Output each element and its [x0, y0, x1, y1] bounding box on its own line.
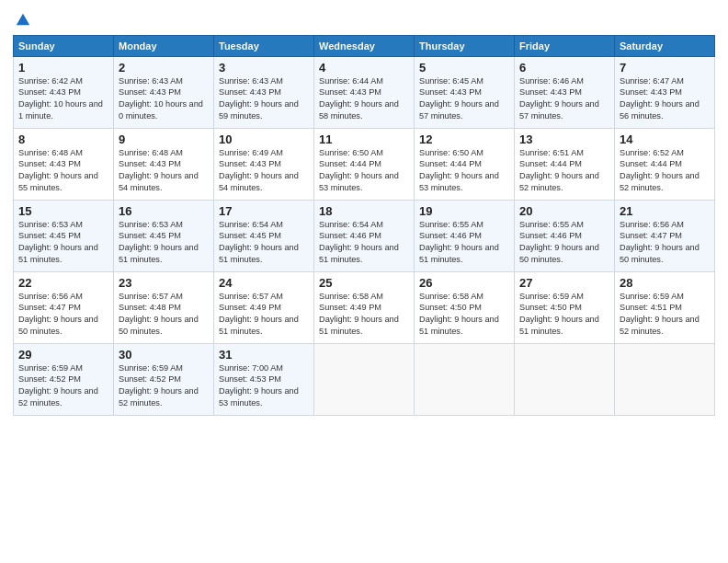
header-row: SundayMondayTuesdayWednesdayThursdayFrid… — [14, 35, 715, 56]
col-header-tuesday: Tuesday — [214, 35, 314, 56]
day-detail: Sunrise: 6:54 AMSunset: 4:46 PMDaylight:… — [319, 219, 409, 267]
day-cell: 5Sunrise: 6:45 AMSunset: 4:43 PMDaylight… — [415, 56, 515, 128]
day-number: 16 — [119, 204, 209, 218]
day-number: 30 — [119, 348, 209, 362]
day-cell: 23Sunrise: 6:57 AMSunset: 4:48 PMDayligh… — [114, 271, 214, 343]
day-cell: 20Sunrise: 6:55 AMSunset: 4:46 PMDayligh… — [515, 200, 615, 271]
day-cell: 9Sunrise: 6:48 AMSunset: 4:43 PMDaylight… — [114, 128, 214, 200]
day-cell: 22Sunrise: 6:56 AMSunset: 4:47 PMDayligh… — [14, 271, 114, 343]
day-cell: 8Sunrise: 6:48 AMSunset: 4:43 PMDaylight… — [14, 128, 114, 200]
col-header-thursday: Thursday — [415, 35, 515, 56]
day-number: 25 — [319, 276, 409, 290]
day-cell: 10Sunrise: 6:49 AMSunset: 4:43 PMDayligh… — [214, 128, 314, 200]
day-detail: Sunrise: 6:43 AMSunset: 4:43 PMDaylight:… — [219, 75, 309, 123]
day-cell: 14Sunrise: 6:52 AMSunset: 4:44 PMDayligh… — [615, 128, 715, 200]
day-cell: 13Sunrise: 6:51 AMSunset: 4:44 PMDayligh… — [515, 128, 615, 200]
day-number: 5 — [419, 61, 509, 75]
day-cell: 28Sunrise: 6:59 AMSunset: 4:51 PMDayligh… — [615, 271, 715, 343]
day-detail: Sunrise: 6:57 AMSunset: 4:48 PMDaylight:… — [119, 291, 209, 339]
day-number: 1 — [18, 61, 108, 75]
day-number: 29 — [18, 348, 108, 362]
day-cell — [314, 343, 415, 415]
day-number: 12 — [419, 132, 509, 146]
day-detail: Sunrise: 6:56 AMSunset: 4:47 PMDaylight:… — [18, 291, 108, 339]
day-cell: 31Sunrise: 7:00 AMSunset: 4:53 PMDayligh… — [214, 343, 314, 415]
day-number: 19 — [419, 204, 509, 218]
day-cell: 24Sunrise: 6:57 AMSunset: 4:49 PMDayligh… — [214, 271, 314, 343]
day-cell: 30Sunrise: 6:59 AMSunset: 4:52 PMDayligh… — [114, 343, 214, 415]
col-header-sunday: Sunday — [14, 35, 114, 56]
day-detail: Sunrise: 7:00 AMSunset: 4:53 PMDaylight:… — [219, 362, 309, 410]
day-cell: 16Sunrise: 6:53 AMSunset: 4:45 PMDayligh… — [114, 200, 214, 271]
day-number: 9 — [119, 132, 209, 146]
header — [13, 9, 715, 31]
day-detail: Sunrise: 6:47 AMSunset: 4:43 PMDaylight:… — [620, 75, 710, 123]
week-row-3: 15Sunrise: 6:53 AMSunset: 4:45 PMDayligh… — [14, 200, 715, 271]
day-detail: Sunrise: 6:59 AMSunset: 4:52 PMDaylight:… — [119, 362, 209, 410]
day-number: 2 — [119, 61, 209, 75]
day-detail: Sunrise: 6:54 AMSunset: 4:45 PMDaylight:… — [219, 219, 309, 267]
day-number: 22 — [18, 276, 108, 290]
day-cell: 29Sunrise: 6:59 AMSunset: 4:52 PMDayligh… — [14, 343, 114, 415]
day-cell: 15Sunrise: 6:53 AMSunset: 4:45 PMDayligh… — [14, 200, 114, 271]
col-header-wednesday: Wednesday — [314, 35, 415, 56]
day-number: 26 — [419, 276, 509, 290]
day-cell: 2Sunrise: 6:43 AMSunset: 4:43 PMDaylight… — [114, 56, 214, 128]
day-cell: 6Sunrise: 6:46 AMSunset: 4:43 PMDaylight… — [515, 56, 615, 128]
day-detail: Sunrise: 6:51 AMSunset: 4:44 PMDaylight:… — [519, 147, 609, 195]
day-number: 24 — [219, 276, 309, 290]
svg-marker-0 — [17, 14, 29, 26]
day-cell: 1Sunrise: 6:42 AMSunset: 4:43 PMDaylight… — [14, 56, 114, 128]
day-detail: Sunrise: 6:42 AMSunset: 4:43 PMDaylight:… — [18, 75, 108, 123]
logo-icon — [15, 11, 31, 28]
col-header-monday: Monday — [114, 35, 214, 56]
week-row-1: 1Sunrise: 6:42 AMSunset: 4:43 PMDaylight… — [14, 56, 715, 128]
day-cell: 12Sunrise: 6:50 AMSunset: 4:44 PMDayligh… — [415, 128, 515, 200]
day-number: 31 — [219, 348, 309, 362]
day-cell: 18Sunrise: 6:54 AMSunset: 4:46 PMDayligh… — [314, 200, 415, 271]
day-detail: Sunrise: 6:58 AMSunset: 4:49 PMDaylight:… — [319, 291, 409, 339]
day-detail: Sunrise: 6:53 AMSunset: 4:45 PMDaylight:… — [119, 219, 209, 267]
day-detail: Sunrise: 6:49 AMSunset: 4:43 PMDaylight:… — [219, 147, 309, 195]
day-detail: Sunrise: 6:43 AMSunset: 4:43 PMDaylight:… — [119, 75, 209, 123]
day-detail: Sunrise: 6:53 AMSunset: 4:45 PMDaylight:… — [18, 219, 108, 267]
day-detail: Sunrise: 6:52 AMSunset: 4:44 PMDaylight:… — [620, 147, 710, 195]
week-row-2: 8Sunrise: 6:48 AMSunset: 4:43 PMDaylight… — [14, 128, 715, 200]
day-number: 18 — [319, 204, 409, 218]
day-cell: 11Sunrise: 6:50 AMSunset: 4:44 PMDayligh… — [314, 128, 415, 200]
calendar-page: SundayMondayTuesdayWednesdayThursdayFrid… — [0, 0, 728, 563]
day-number: 15 — [18, 204, 108, 218]
day-cell — [515, 343, 615, 415]
day-detail: Sunrise: 6:48 AMSunset: 4:43 PMDaylight:… — [18, 147, 108, 195]
day-detail: Sunrise: 6:56 AMSunset: 4:47 PMDaylight:… — [620, 219, 710, 267]
day-detail: Sunrise: 6:55 AMSunset: 4:46 PMDaylight:… — [419, 219, 509, 267]
day-cell — [415, 343, 515, 415]
week-row-5: 29Sunrise: 6:59 AMSunset: 4:52 PMDayligh… — [14, 343, 715, 415]
day-cell: 19Sunrise: 6:55 AMSunset: 4:46 PMDayligh… — [415, 200, 515, 271]
day-number: 17 — [219, 204, 309, 218]
day-cell: 4Sunrise: 6:44 AMSunset: 4:43 PMDaylight… — [314, 56, 415, 128]
day-number: 27 — [519, 276, 609, 290]
day-cell: 3Sunrise: 6:43 AMSunset: 4:43 PMDaylight… — [214, 56, 314, 128]
day-number: 21 — [620, 204, 710, 218]
day-number: 11 — [319, 132, 409, 146]
day-number: 6 — [519, 61, 609, 75]
day-number: 23 — [119, 276, 209, 290]
day-number: 3 — [219, 61, 309, 75]
day-detail: Sunrise: 6:59 AMSunset: 4:51 PMDaylight:… — [620, 291, 710, 339]
day-number: 28 — [620, 276, 710, 290]
day-detail: Sunrise: 6:48 AMSunset: 4:43 PMDaylight:… — [119, 147, 209, 195]
day-number: 14 — [620, 132, 710, 146]
col-header-friday: Friday — [515, 35, 615, 56]
day-number: 8 — [18, 132, 108, 146]
day-cell: 7Sunrise: 6:47 AMSunset: 4:43 PMDaylight… — [615, 56, 715, 128]
day-detail: Sunrise: 6:50 AMSunset: 4:44 PMDaylight:… — [319, 147, 409, 195]
day-number: 20 — [519, 204, 609, 218]
day-detail: Sunrise: 6:58 AMSunset: 4:50 PMDaylight:… — [419, 291, 509, 339]
day-cell: 26Sunrise: 6:58 AMSunset: 4:50 PMDayligh… — [415, 271, 515, 343]
day-number: 10 — [219, 132, 309, 146]
day-detail: Sunrise: 6:59 AMSunset: 4:50 PMDaylight:… — [519, 291, 609, 339]
day-detail: Sunrise: 6:50 AMSunset: 4:44 PMDaylight:… — [419, 147, 509, 195]
day-number: 7 — [620, 61, 710, 75]
logo — [13, 13, 31, 31]
